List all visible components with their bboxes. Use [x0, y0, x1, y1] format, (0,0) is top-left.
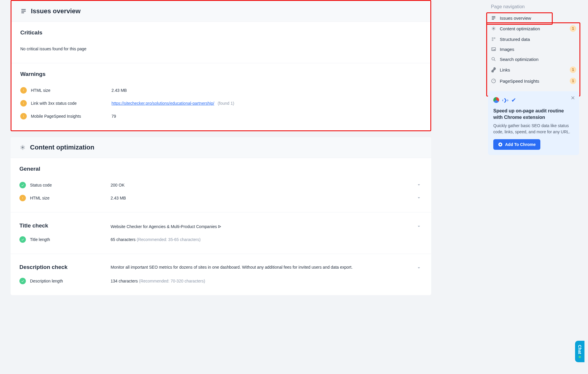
- content-optimization-card: Content optimization General Status code…: [11, 137, 431, 295]
- promo-cta: Add To Chrome: [505, 142, 536, 147]
- title-length-label: Title length: [30, 237, 50, 242]
- description-length-label: Description length: [30, 279, 63, 283]
- page-nav-title: Page navigation: [488, 2, 579, 13]
- criticals-value: No critical issues found for this page: [20, 46, 422, 51]
- issues-overview-header: Issues overview: [11, 1, 430, 21]
- title-length-value: 65 characters: [111, 237, 136, 242]
- gear-icon: [491, 26, 496, 31]
- content-optimization-header: Content optimization: [11, 137, 431, 158]
- nav-structured-data[interactable]: Structured data: [488, 34, 579, 44]
- description-length-row: Description length 134 characters (Recom…: [19, 275, 422, 287]
- general-section: General Status code 200 OK HTML size 2.4…: [11, 158, 431, 212]
- warning-row: Link with 3xx status code https://sitech…: [20, 97, 422, 110]
- warning-value: 79: [111, 114, 422, 119]
- page-navigation-sidebar: Page navigation Issues overview Content …: [488, 2, 579, 155]
- nav-search-optimization[interactable]: Search optimization: [488, 54, 579, 64]
- chevron-down-icon[interactable]: [415, 224, 422, 230]
- nav-label: Structured data: [500, 37, 530, 42]
- criticals-label: Criticals: [20, 29, 422, 36]
- nav-label: Content optimization: [500, 26, 540, 31]
- add-to-chrome-button[interactable]: Add To Chrome: [493, 139, 540, 150]
- warning-row: Mobile PageSpeed Insights 79: [20, 110, 422, 123]
- description-check-row[interactable]: Description check Monitor all important …: [19, 262, 422, 275]
- nav-label: Search optimization: [500, 57, 539, 62]
- overview-icon: [20, 8, 27, 14]
- nav-label: PageSpeed Insights: [500, 79, 539, 84]
- nav-pagespeed-insights[interactable]: PageSpeed Insights 1: [488, 75, 579, 87]
- title-check-row[interactable]: Title check Website Checker for Agencies…: [19, 220, 422, 233]
- warning-label: Link with 3xx status code: [31, 101, 77, 106]
- check-icon: ✔: [511, 97, 516, 104]
- nav-count-badge: 1: [570, 67, 576, 73]
- warnings-section: Warnings HTML size 2.43 MB Link with 3xx…: [11, 63, 430, 130]
- description-length-hint: (Recommended: 70-320 characters): [139, 279, 205, 283]
- warning-row: HTML size 2.43 MB: [20, 84, 422, 97]
- description-length-value: 134 characters: [111, 279, 138, 283]
- warning-found: (found 1): [218, 101, 234, 106]
- image-icon: [491, 46, 496, 52]
- link-icon: [491, 67, 496, 72]
- gear-icon: [19, 144, 26, 151]
- title-check-label: Title check: [19, 222, 48, 229]
- warning-value: 2.43 MB: [111, 88, 422, 93]
- chrome-logo-icon: [493, 97, 499, 103]
- ok-icon: [19, 182, 26, 188]
- warning-label: HTML size: [31, 88, 50, 93]
- nav-label: Images: [500, 47, 514, 52]
- title-check-value: Website Checker for Agencies & Multi-Pro…: [111, 224, 415, 229]
- chat-label: Chat: [577, 345, 582, 354]
- nav-images[interactable]: Images: [488, 44, 579, 54]
- html-size-value: 2.43 MB: [111, 196, 415, 200]
- status-code-value: 200 OK: [111, 183, 415, 187]
- status-code-row[interactable]: Status code 200 OK: [19, 179, 422, 192]
- nav-issues-overview[interactable]: Issues overview: [488, 13, 579, 23]
- title-length-hint: (Recommended: 35-65 characters): [137, 237, 201, 242]
- status-code-label: Status code: [30, 183, 52, 187]
- html-size-label: HTML size: [30, 196, 49, 200]
- online-dot-icon: [579, 356, 581, 358]
- chevron-down-icon[interactable]: [415, 182, 422, 188]
- issues-title: Issues overview: [31, 7, 81, 15]
- search-icon: [491, 56, 496, 62]
- chevron-down-icon[interactable]: [415, 195, 422, 201]
- ok-icon: [19, 236, 26, 243]
- warning-icon: [20, 100, 27, 107]
- nav-label: Links: [500, 67, 510, 72]
- description-check-section: Description check Monitor all important …: [11, 254, 431, 295]
- warning-label: Mobile PageSpeed Insights: [31, 114, 81, 119]
- description-check-value: Monitor all important SEO metrics for do…: [111, 264, 415, 270]
- warning-icon: [19, 195, 26, 201]
- content-title: Content optimization: [30, 144, 94, 151]
- chat-button[interactable]: Chat: [575, 341, 584, 362]
- nav-links[interactable]: Links 1: [488, 64, 579, 75]
- criticals-section: Criticals No critical issues found for t…: [11, 21, 430, 63]
- close-icon[interactable]: ✕: [571, 95, 575, 101]
- issues-overview-card: Issues overview Criticals No critical is…: [11, 0, 431, 131]
- arrow-icon: ‹❯›: [502, 98, 508, 102]
- warning-link[interactable]: https://sitechecker.pro/solutions/educat…: [111, 101, 214, 106]
- speed-icon: [491, 78, 496, 84]
- nav-label: Issues overview: [500, 16, 531, 21]
- warning-icon: [20, 87, 27, 94]
- nav-count-badge: 1: [570, 78, 576, 84]
- overview-icon: [491, 15, 496, 21]
- nav-content-optimization[interactable]: Content optimization 1: [488, 23, 579, 34]
- warning-icon: [20, 113, 27, 119]
- promo-heading: Speed up on-page audit routine with Chro…: [493, 108, 574, 120]
- general-label: General: [19, 166, 422, 172]
- title-length-row: Title length 65 characters (Recommended:…: [19, 233, 422, 246]
- warnings-label: Warnings: [20, 71, 422, 77]
- html-size-row[interactable]: HTML size 2.43 MB: [19, 192, 422, 205]
- promo-icons: ‹❯› ✔: [493, 97, 574, 104]
- chrome-extension-promo: ✕ ‹❯› ✔ Speed up on-page audit routine w…: [488, 91, 579, 155]
- ok-icon: [19, 278, 26, 284]
- promo-body: Quickly gather basic SEO data like statu…: [493, 123, 574, 135]
- chrome-icon: [498, 142, 503, 147]
- nav-count-badge: 1: [570, 25, 576, 32]
- title-check-section: Title check Website Checker for Agencies…: [11, 212, 431, 254]
- description-check-label: Description check: [19, 264, 68, 270]
- chevron-down-icon[interactable]: [415, 265, 422, 271]
- structured-icon: [491, 36, 496, 42]
